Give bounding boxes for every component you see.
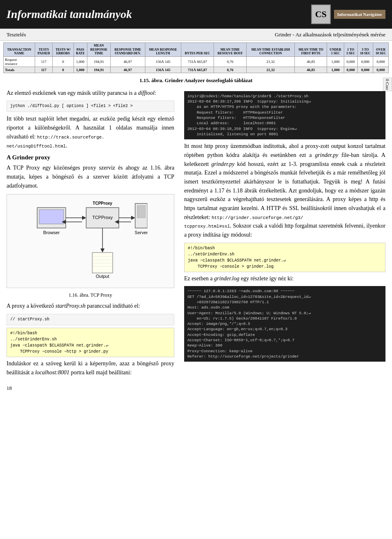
header-logo: CS Informatikai Navigátor — [311, 4, 385, 24]
svg-rect-14 — [137, 206, 145, 218]
cell-meanresp: 194,91 — [87, 56, 110, 67]
svg-marker-18 — [100, 248, 105, 253]
cell-errors: 0 — [53, 56, 74, 67]
col-mean-first-byte: Mean Time toFirst Byte — [295, 43, 327, 57]
cell-3-10: 0,000 — [358, 56, 373, 67]
diagram-svg: Browser TCPProxy — [33, 199, 147, 281]
col-mean-establish: Mean Time EstablishConnection — [247, 43, 295, 57]
cell-over10: 0,000 — [373, 56, 388, 67]
totals-passrate: 1,000 — [74, 67, 87, 73]
cell-under1: 1,000 — [327, 56, 344, 67]
startproxy-em: startProxy.sh — [56, 303, 86, 309]
header-title: Informatikai tanulmányok — [7, 8, 311, 21]
right-p1: Itt most http proxy üzemmódban indítottu… — [184, 142, 385, 239]
totals-errors: 0 — [53, 67, 74, 73]
cell-establish: 21,32 — [247, 56, 295, 67]
ssl-url: http://grinder.sourceforge.net/g3/tcppro… — [184, 215, 303, 229]
cell-bytes: 731Å 665,87 — [181, 56, 214, 67]
tcp-proxy-diagram: Browser TCPProxy — [7, 194, 174, 288]
difftool-cmd-block: jython ./difftool.py [ options ] <file1 … — [7, 101, 174, 112]
col-3-10: 3 to10 sec — [358, 43, 373, 57]
totals-under1: 1,000 — [327, 67, 344, 73]
startproxy-comment: // startProxy.sh — [7, 314, 174, 325]
page-header: Informatikai tanulmányok CS Informatikai… — [0, 0, 392, 29]
nav-logo: Informatikai Navigátor — [334, 10, 385, 19]
cell-firstbyte: 46,85 — [295, 56, 327, 67]
difftool-emphasis: difftool — [138, 90, 154, 96]
bash-block-right: #!/bin/bash ../setGrinderEnv.sh java −cl… — [184, 243, 385, 272]
col-tests-errors: Tests w/Errors — [53, 43, 74, 57]
manual-url: http://track.sourceforge.net/usingDiffto… — [7, 135, 105, 149]
totals-name: Totals — [4, 67, 35, 73]
cell-resolve: 0,76 — [214, 56, 247, 67]
svg-rect-1 — [39, 210, 64, 224]
col-over10: over10 sec — [373, 43, 388, 57]
startproxy-bash: #!/bin/bash ../setGrinderEnv.sh java −cl… — [7, 328, 174, 357]
totals-passed: 117 — [35, 67, 53, 73]
col-mean-response: MeanResponseTime — [87, 43, 110, 57]
manual-paragraph: Itt több teszt naplóit lehet megadni, az… — [7, 114, 174, 150]
main-content: Az elemző eszköznek van egy másik utilit… — [0, 85, 392, 384]
grinder-py-em1: grinder.py — [315, 152, 338, 158]
totals-1-3: 0,000 — [344, 67, 357, 73]
totals-bytes: 731Å 665,87 — [181, 67, 214, 73]
svg-text:TCPProxy: TCPProxy — [93, 201, 113, 206]
table-totals-row: Totals 117 0 1,000 194,91 46,97 156Å 145… — [4, 67, 389, 73]
table-section: TransactionName TestsPassed Tests w/Erro… — [0, 41, 392, 75]
svg-marker-4 — [82, 216, 86, 220]
totals-stddev: 46,97 — [111, 67, 145, 73]
cell-meanlength: 156Å 145 — [145, 56, 181, 67]
right-p2: Ez esetben a grinder.log egy részlete íg… — [184, 274, 385, 283]
cs-badge: CS — [311, 4, 331, 24]
col-under1: under1 sec — [327, 43, 344, 57]
cell-passed: 117 — [35, 56, 53, 67]
data-table: TransactionName TestsPassed Tests w/Erro… — [3, 42, 389, 73]
table-row: Requestresource 117 0 1,000 194,91 46,97… — [4, 56, 389, 67]
subheader-right: Grinder - Az alkalmazások teljesítményén… — [275, 31, 385, 38]
diagram-caption: 1.16. ábra. TCP Proxy — [7, 292, 174, 298]
totals-3-10: 0,000 — [358, 67, 373, 73]
col-std-dev: Response Timestandard dev. — [111, 43, 145, 57]
totals-firstbyte: 46,85 — [295, 67, 327, 73]
col-tests-passed: TestsPassed — [35, 43, 53, 57]
grinder-log-em: grinder.log — [214, 275, 239, 282]
cookie-corner-badge: 0 Coo — [383, 78, 392, 91]
proxy-start-para: A proxy a következő startProxy.sh paranc… — [7, 302, 174, 311]
cell-stddev: 46,97 — [111, 56, 145, 67]
svg-text:Server: Server — [135, 230, 147, 235]
subheader-left: Tesztelés — [7, 31, 26, 38]
svg-marker-10 — [131, 216, 135, 220]
intro-paragraph: Az elemző eszköznek van egy másik utilit… — [7, 89, 174, 98]
col-mean-length: Mean ResponseLength — [145, 43, 181, 57]
cell-passrate: 1,000 — [74, 56, 87, 67]
subheader: Tesztelés Grinder - Az alkalmazások telj… — [0, 29, 392, 41]
section-title-proxy: A Grinder proxy — [7, 154, 174, 161]
table-header-row: TransactionName TestsPassed Tests w/Erro… — [4, 43, 389, 57]
terminal-output-block: inyiri@csdev1:/home/tanulas/grinder$ ./s… — [184, 91, 385, 139]
col-pass-rate: PassRate — [74, 43, 87, 57]
cell-1-3: 0,000 — [344, 56, 357, 67]
totals-over10: 0,000 — [373, 67, 388, 73]
localhost-em: localhost:8001 — [35, 369, 69, 376]
totals-meanlength: 156Å 145 — [145, 67, 181, 73]
ending-paragraph: Induláskor ez a szöveg kerül ki a képern… — [7, 359, 174, 377]
col-1-3: 1 to3 sec — [344, 43, 357, 57]
proxy-intro: A TCP Proxy egy közönséges proxy szerviz… — [7, 163, 174, 190]
totals-resolve: 0,76 — [214, 67, 247, 73]
svg-text:TCPProxy: TCPProxy — [92, 215, 113, 220]
page-number: 18 — [0, 383, 392, 395]
col-transaction: TransactionName — [4, 43, 35, 57]
log-block: −−−−−− 127.0.0.1:2263 −>ads.osdn.com:80 … — [184, 286, 385, 362]
figure-caption: 1.15. ábra. Grinder Analyzer összefoglal… — [0, 77, 392, 84]
left-column: Az elemző eszköznek van egy másik utilit… — [7, 89, 181, 380]
totals-establish: 21,32 — [247, 67, 295, 73]
svg-rect-19 — [92, 253, 113, 273]
totals-meanresp: 194,91 — [87, 67, 110, 73]
svg-text:Browser: Browser — [43, 230, 60, 235]
col-mean-resolve: Mean TimeResolve Host — [214, 43, 247, 57]
col-bytes-sec: Bytes per Sec — [181, 43, 214, 57]
grinder-py-em2: grinder.py — [211, 161, 234, 167]
svg-text:Output: Output — [96, 274, 109, 279]
cell-name: Requestresource — [4, 56, 35, 67]
right-column: inyiri@csdev1:/home/tanulas/grinder$ ./s… — [181, 89, 385, 380]
